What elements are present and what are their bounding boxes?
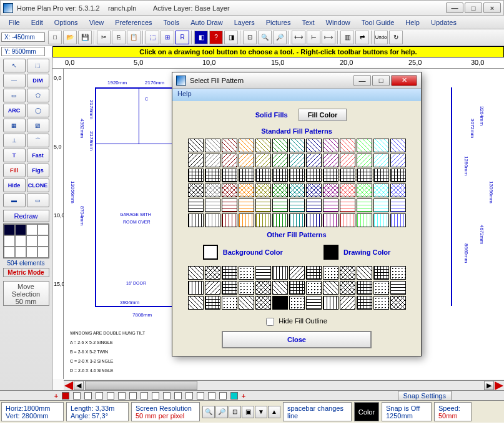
- pattern-swatch[interactable]: [390, 266, 406, 280]
- dim-icon[interactable]: ⟼: [322, 31, 335, 44]
- pattern-swatch[interactable]: [289, 214, 305, 227]
- pattern-swatch[interactable]: [222, 139, 237, 152]
- paste-icon[interactable]: 📋: [127, 31, 141, 44]
- pattern-swatch[interactable]: [306, 184, 322, 197]
- zoom-up-button[interactable]: ▲: [268, 406, 280, 418]
- scroll-right-red-icon[interactable]: [495, 381, 503, 390]
- menu-window[interactable]: Window: [321, 17, 355, 27]
- pattern-swatch[interactable]: [323, 199, 338, 212]
- tab-fill-color[interactable]: Fill Color: [299, 109, 347, 121]
- menu-options[interactable]: Options: [49, 17, 83, 27]
- pattern-swatch[interactable]: [222, 184, 237, 197]
- pattern-swatch[interactable]: [340, 154, 355, 167]
- pattern-swatch[interactable]: [205, 184, 220, 197]
- layer-dot[interactable]: [73, 392, 81, 400]
- dialog-close-main-button[interactable]: Close: [222, 331, 372, 348]
- text-tool[interactable]: T: [3, 149, 26, 162]
- pattern-swatch[interactable]: [340, 214, 355, 227]
- measure-icon[interactable]: ⟷: [292, 31, 305, 44]
- move-selection[interactable]: MoveSelection50 mm: [3, 281, 49, 306]
- select-tool[interactable]: ↖: [3, 59, 26, 72]
- pattern-swatch[interactable]: [272, 169, 288, 182]
- pattern-swatch[interactable]: [323, 184, 338, 197]
- pattern-swatch[interactable]: [373, 199, 389, 212]
- menu-text[interactable]: Text: [297, 17, 319, 27]
- pattern-swatch[interactable]: [255, 139, 271, 152]
- pattern-swatch[interactable]: [255, 169, 271, 182]
- pattern-swatch[interactable]: [289, 281, 305, 295]
- pattern-swatch[interactable]: [205, 266, 220, 280]
- fill-tool[interactable]: Fill: [3, 164, 26, 177]
- line-tool[interactable]: —: [3, 74, 26, 87]
- pattern-swatch[interactable]: [205, 296, 220, 310]
- pattern-swatch[interactable]: [357, 154, 372, 167]
- zoom-out-button[interactable]: 🔎: [215, 406, 228, 418]
- pattern-swatch[interactable]: [340, 139, 355, 152]
- zoom-fit-icon[interactable]: ⊡: [243, 31, 257, 44]
- pattern-swatch[interactable]: [272, 199, 288, 212]
- pattern-swatch[interactable]: [255, 154, 271, 167]
- hide-tool[interactable]: Hide: [3, 179, 26, 192]
- pattern-swatch[interactable]: [239, 214, 254, 227]
- pattern-swatch[interactable]: [323, 169, 338, 182]
- pattern-swatch[interactable]: [340, 281, 355, 295]
- pattern-swatch[interactable]: [222, 169, 237, 182]
- pattern-swatch[interactable]: [205, 154, 220, 167]
- hatch-tool[interactable]: ▨: [27, 119, 49, 132]
- pattern-swatch[interactable]: [373, 296, 389, 310]
- pattern-swatch[interactable]: [390, 184, 406, 197]
- zoom-fit-button[interactable]: ⊡: [229, 406, 241, 418]
- cut-icon[interactable]: ✂: [97, 31, 111, 44]
- pattern-swatch[interactable]: [272, 214, 288, 227]
- dialog-minimize-button[interactable]: —: [353, 75, 371, 86]
- pattern-swatch[interactable]: [239, 154, 254, 167]
- align-icon[interactable]: ▥: [340, 31, 354, 44]
- pattern-swatch[interactable]: [222, 266, 237, 280]
- scroll-left-red-icon[interactable]: [64, 381, 73, 390]
- pattern-swatch[interactable]: [222, 154, 237, 167]
- pattern-swatch[interactable]: [239, 169, 254, 182]
- minimize-button[interactable]: —: [446, 2, 463, 13]
- pattern-swatch[interactable]: [357, 214, 372, 227]
- zoom-in-button[interactable]: 🔍: [202, 406, 215, 418]
- pattern-swatch[interactable]: [390, 214, 406, 227]
- pattern-swatch[interactable]: [272, 139, 288, 152]
- ruler-icon[interactable]: ⊢: [307, 31, 320, 44]
- pattern-swatch[interactable]: [357, 184, 372, 197]
- pattern-swatch[interactable]: [188, 154, 204, 167]
- pattern-swatch[interactable]: [373, 169, 389, 182]
- menu-view[interactable]: View: [84, 17, 109, 27]
- pattern-swatch[interactable]: [188, 281, 204, 295]
- horizontal-scrollbar[interactable]: ◀ ▶: [64, 380, 504, 390]
- pattern-swatch[interactable]: [205, 169, 220, 182]
- menu-preferences[interactable]: Preferences: [110, 17, 157, 27]
- status-color[interactable]: Color: [354, 402, 379, 421]
- pattern-swatch[interactable]: [390, 169, 406, 182]
- pattern-swatch[interactable]: [306, 296, 322, 310]
- pattern-swatch[interactable]: [340, 199, 355, 212]
- tab-solid-fills[interactable]: Solid Fills: [247, 109, 297, 120]
- menu-pictures[interactable]: Pictures: [261, 17, 296, 27]
- pattern-swatch[interactable]: [272, 296, 288, 310]
- layer-next-icon[interactable]: +: [240, 392, 247, 400]
- layer-dot[interactable]: [118, 392, 126, 400]
- pattern-swatch[interactable]: [188, 199, 204, 212]
- layer-dot[interactable]: [84, 392, 92, 400]
- layer-dot[interactable]: [96, 392, 103, 400]
- pattern-swatch[interactable]: [255, 199, 271, 212]
- menu-layers[interactable]: Layers: [229, 17, 260, 27]
- menu-tools[interactable]: Tools: [159, 17, 185, 27]
- pattern-swatch[interactable]: [205, 214, 220, 227]
- layer-dot[interactable]: [174, 392, 182, 400]
- pattern-swatch[interactable]: [357, 199, 372, 212]
- save-icon[interactable]: 💾: [78, 31, 92, 44]
- pattern-swatch[interactable]: [205, 139, 220, 152]
- dialog-menu-help[interactable]: Help: [172, 89, 421, 101]
- pattern-swatch[interactable]: [373, 266, 389, 280]
- dim-tool[interactable]: DIM: [27, 74, 49, 87]
- fast-tool[interactable]: Fast: [27, 149, 49, 162]
- zoom-out-icon[interactable]: 🔎: [273, 31, 287, 44]
- layer-dot[interactable]: [163, 392, 170, 400]
- tool-red-icon[interactable]: ?: [209, 31, 223, 44]
- tool-a-icon[interactable]: ⬚: [146, 31, 159, 44]
